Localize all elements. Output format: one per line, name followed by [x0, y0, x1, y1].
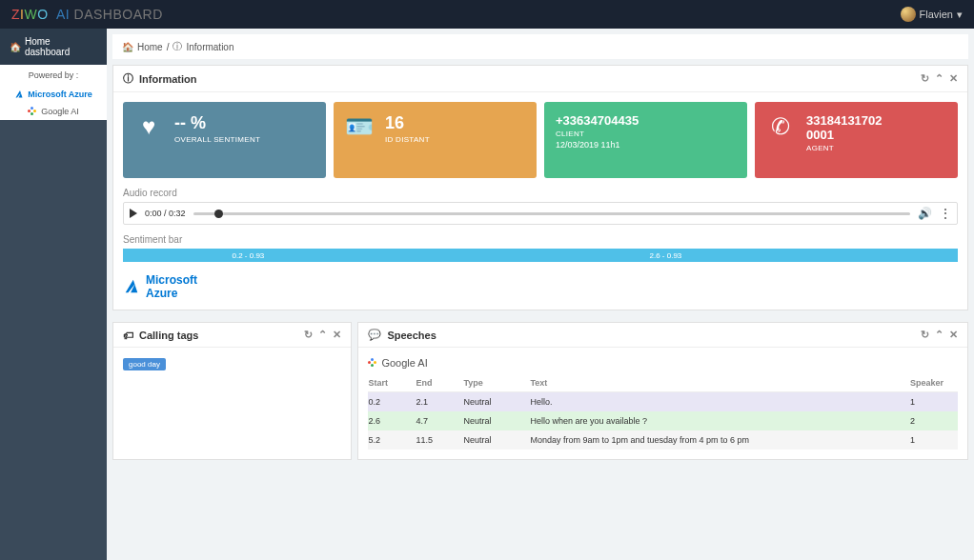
collapse-icon[interactable]: ⌃: [318, 329, 327, 341]
tag-good-day[interactable]: good day: [123, 358, 166, 370]
home-icon: 🏠: [122, 42, 133, 52]
audio-menu-icon[interactable]: ⋮: [940, 207, 951, 220]
audio-player: 0:00 / 0:32 🔊 ⋮: [123, 202, 958, 225]
speeches-table-header: Start End Type Text Speaker: [368, 374, 958, 392]
id-card-icon: 🪪: [345, 113, 374, 140]
sidebar: 🏠 Home dashboard Powered by : Microsoft …: [0, 29, 107, 560]
panel-info-title: Information: [139, 73, 197, 85]
phone-icon: ✆: [766, 113, 795, 140]
breadcrumb-home[interactable]: Home: [137, 42, 163, 52]
audio-section-label: Audio record: [123, 188, 958, 198]
panel-information: ⓘ Information ↻ ⌃ ✕ ♥ -- % OVERALL SENTI…: [112, 65, 968, 310]
panel-speeches: 💬 Speeches ↻ ⌃ ✕ Google AI Sta: [357, 322, 968, 460]
client-phone: +33634704435: [556, 113, 639, 128]
card-sentiment: ♥ -- % OVERALL SENTIMENT: [123, 102, 326, 178]
agent-phone: 33184131702: [806, 113, 883, 128]
chat-icon: 💬: [368, 329, 381, 341]
tag-icon: 🏷: [123, 330, 133, 341]
sentiment-seg-2: 2.6 - 0.93: [374, 249, 958, 262]
main-content: 🏠 Home / ⓘ Information ⓘ Information ↻ ⌃…: [107, 29, 974, 560]
azure-icon: [123, 278, 140, 295]
seek-handle[interactable]: [214, 210, 223, 218]
audio-seek-track[interactable]: [193, 212, 910, 215]
google-ai-icon: [28, 107, 37, 116]
refresh-icon[interactable]: ↻: [304, 329, 313, 341]
collapse-icon[interactable]: ⌃: [935, 329, 944, 341]
close-icon[interactable]: ✕: [949, 72, 958, 85]
avatar-icon: [901, 7, 916, 22]
refresh-icon[interactable]: ↻: [921, 72, 929, 85]
topbar: ZIWO AI DASHBOARD Flavien ▾: [0, 0, 974, 29]
sentiment-value: -- %: [174, 113, 260, 133]
sentiment-bar: 0.2 - 0.93 2.6 - 0.93: [123, 249, 958, 262]
sidebar-google-ai-badge: Google AI: [0, 103, 107, 120]
user-menu[interactable]: Flavien ▾: [901, 7, 963, 22]
breadcrumb-info: Information: [186, 42, 233, 52]
azure-badge: MicrosoftAzure: [123, 273, 958, 300]
speech-row[interactable]: 0.2 2.1 Neutral Hello. 1: [368, 392, 958, 411]
card-distant: 🪪 16 ID DISTANT: [334, 102, 537, 178]
caret-down-icon: ▾: [957, 9, 963, 21]
svg-marker-1: [126, 280, 138, 293]
google-ai-icon: [368, 358, 377, 368]
refresh-icon[interactable]: ↻: [921, 329, 929, 341]
sidebar-azure-badge: Microsoft Azure: [0, 86, 107, 103]
info-icon: ⓘ: [172, 40, 182, 53]
sentiment-seg-1: 0.2 - 0.93: [123, 249, 374, 262]
info-icon: ⓘ: [123, 71, 133, 86]
heart-icon: ♥: [134, 113, 163, 140]
user-name: Flavien: [920, 9, 953, 20]
sidebar-home-label: Home dashboard: [25, 36, 97, 57]
close-icon[interactable]: ✕: [333, 329, 341, 341]
panel-tools: ↻ ⌃ ✕: [921, 72, 958, 85]
home-icon: 🏠: [10, 42, 21, 52]
distant-value: 16: [385, 113, 430, 133]
azure-icon: [14, 90, 24, 99]
close-icon[interactable]: ✕: [949, 329, 958, 341]
speech-row[interactable]: 5.2 11.5 Neutral Monday from 9am to 1pm …: [368, 430, 958, 450]
audio-time: 0:00 / 0:32: [145, 209, 186, 218]
play-button[interactable]: [130, 209, 137, 218]
google-ai-badge: Google AI: [368, 357, 958, 369]
svg-marker-0: [16, 90, 23, 98]
tags-title: Calling tags: [139, 330, 198, 341]
speech-row[interactable]: 2.6 4.7 Neutral Hello when are you avail…: [368, 411, 958, 430]
breadcrumb: 🏠 Home / ⓘ Information: [112, 34, 968, 59]
card-agent: ✆ 33184131702 0001 AGENT: [755, 102, 958, 178]
volume-icon[interactable]: 🔊: [918, 207, 932, 220]
brand-logo: ZIWO AI DASHBOARD: [11, 7, 163, 22]
panel-calling-tags: 🏷 Calling tags ↻ ⌃ ✕ good day: [112, 322, 352, 460]
collapse-icon[interactable]: ⌃: [935, 72, 944, 85]
card-client: +33634704435 CLIENT 12/03/2019 11h1: [544, 102, 747, 178]
sidebar-item-home[interactable]: 🏠 Home dashboard: [0, 29, 107, 65]
sentiment-section-label: Sentiment bar: [123, 234, 958, 245]
speeches-title: Speeches: [387, 330, 436, 341]
powered-by-label: Powered by :: [0, 65, 107, 86]
